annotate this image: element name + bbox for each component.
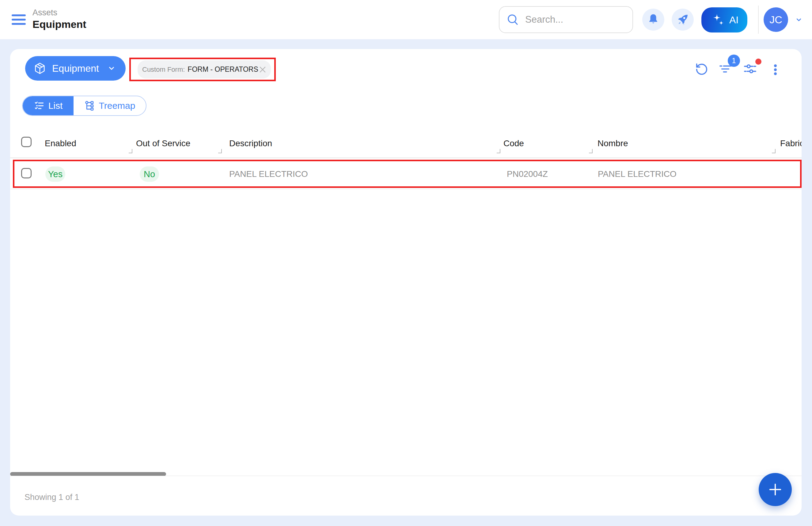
- column-resize-handle[interactable]: [589, 149, 593, 153]
- app-header: Assets Equipment AI JC: [0, 0, 812, 39]
- annotation-rectangle-row: [13, 160, 801, 188]
- breadcrumb: Assets: [32, 8, 57, 17]
- notifications-button[interactable]: [642, 9, 664, 31]
- header-divider: [758, 5, 759, 34]
- column-header-fabricante[interactable]: Fabricante: [780, 139, 801, 148]
- column-header-description[interactable]: Description: [229, 139, 272, 148]
- avatar[interactable]: JC: [764, 8, 788, 32]
- rocket-icon: [676, 13, 690, 26]
- column-header-out-of-service[interactable]: Out of Service: [136, 139, 190, 148]
- tab-list-label: List: [48, 101, 63, 111]
- entity-selector-label: Equipment: [52, 63, 99, 74]
- content-card: Equipment Custom Form: FORM - OPERATORS …: [10, 49, 801, 515]
- treemap-icon: [84, 100, 95, 111]
- column-resize-handle[interactable]: [772, 149, 775, 153]
- launcher-button[interactable]: [672, 9, 694, 31]
- select-all-checkbox[interactable]: [21, 137, 32, 147]
- bell-icon: [647, 13, 660, 26]
- chevron-down-icon[interactable]: [794, 15, 803, 24]
- table-header: Enabled Out of Service Description Code …: [10, 129, 801, 158]
- tab-treemap-label: Treemap: [99, 101, 135, 111]
- notification-dot: [755, 59, 762, 65]
- filter-count-badge: 1: [728, 55, 740, 67]
- ai-button[interactable]: AI: [701, 8, 747, 32]
- menu-icon[interactable]: [12, 14, 26, 26]
- cube-icon: [33, 62, 47, 75]
- column-resize-handle[interactable]: [129, 149, 132, 153]
- plus-icon: [767, 482, 783, 497]
- view-tabs: List Treemap: [22, 96, 146, 116]
- pagination-status: Showing 1 of 1: [25, 493, 79, 502]
- annotation-rectangle-chip: [129, 58, 276, 81]
- sparkle-icon: [710, 12, 726, 28]
- add-button[interactable]: [759, 473, 792, 506]
- search-input[interactable]: [525, 14, 617, 25]
- ai-button-label: AI: [729, 14, 738, 26]
- tab-list[interactable]: List: [23, 96, 74, 115]
- page-title: Equipment: [32, 18, 86, 30]
- column-header-enabled[interactable]: Enabled: [45, 139, 76, 148]
- chevron-down-icon: [107, 65, 116, 72]
- search-box[interactable]: [499, 6, 633, 33]
- tab-treemap[interactable]: Treemap: [74, 96, 146, 115]
- column-resize-handle[interactable]: [218, 149, 222, 153]
- scrollbar-track-line: [10, 476, 801, 476]
- entity-selector-button[interactable]: Equipment: [25, 56, 126, 81]
- column-header-code[interactable]: Code: [504, 139, 524, 148]
- column-resize-handle[interactable]: [497, 149, 501, 153]
- checklist-icon: [34, 100, 45, 111]
- refresh-icon[interactable]: [695, 62, 709, 76]
- sliders-icon[interactable]: [743, 62, 757, 76]
- column-header-nombre[interactable]: Nombre: [597, 139, 628, 148]
- filter-badge-count: 1: [732, 56, 736, 65]
- avatar-initials: JC: [769, 14, 782, 26]
- search-icon: [506, 13, 520, 26]
- kebab-menu-icon[interactable]: [774, 65, 777, 76]
